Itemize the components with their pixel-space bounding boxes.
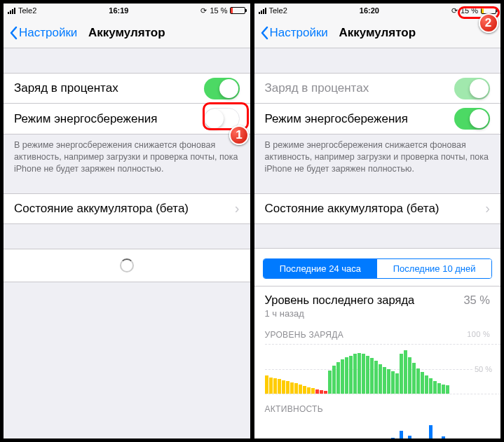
back-button[interactable]: Настройки: [9, 26, 77, 40]
phone-right: Tele2 16:20 ⟳ 15 % Настройки Аккумулятор…: [254, 3, 502, 439]
page-title: Аккумулятор: [88, 26, 165, 40]
row-battery-health[interactable]: Состояние аккумулятора (бета) ›: [4, 193, 250, 224]
row-battery-percentage: Заряд в процентах: [4, 73, 250, 104]
row-label: Состояние аккумулятора (бета): [14, 202, 189, 216]
row-label: Режим энергосбережения: [14, 112, 158, 126]
nav-bar: Настройки Аккумулятор: [254, 18, 501, 48]
page-title: Аккумулятор: [339, 26, 416, 40]
carrier-label: Tele2: [18, 6, 36, 15]
annotation-badge: 1: [229, 125, 249, 145]
loading-row: [4, 249, 250, 282]
last-charge-block: Уровень последнего заряда 35 % 1 ч назад: [254, 286, 501, 323]
signal-icon: [8, 8, 15, 14]
spinner-icon: [120, 258, 134, 272]
clock: 16:19: [109, 6, 128, 15]
toggle-battery-percentage[interactable]: [204, 78, 240, 99]
last-charge-percent: 35 %: [463, 293, 490, 307]
back-button[interactable]: Настройки: [260, 26, 328, 40]
battery-percent: 15 %: [461, 6, 478, 15]
last-charge-title: Уровень последнего заряда: [265, 293, 415, 307]
annotation-badge: 2: [479, 13, 498, 33]
toggle-low-power-mode[interactable]: [454, 108, 490, 130]
status-bar: Tele2 16:20 ⟳ 15 %: [254, 4, 501, 18]
battery-percent: 15 %: [210, 6, 227, 15]
segment-10d[interactable]: Последние 10 дней: [377, 259, 491, 278]
footer-text: В режиме энергосбережения снижается фоно…: [4, 134, 250, 181]
carrier-label: Tele2: [269, 6, 287, 15]
segment-24h[interactable]: Последние 24 часа: [264, 259, 378, 278]
row-battery-health[interactable]: Состояние аккумулятора (бета) ›: [254, 193, 501, 224]
chevron-left-icon: [260, 26, 268, 40]
orientation-lock-icon: ⟳: [200, 6, 207, 15]
row-label: Заряд в процентах: [14, 81, 118, 95]
row-low-power-mode: Режим энергосбережения: [4, 104, 250, 134]
activity-chart: АКТИВНОСТЬ: [254, 394, 501, 438]
row-low-power-mode: Режим энергосбережения: [254, 104, 501, 134]
row-battery-percentage: Заряд в процентах: [254, 73, 501, 104]
chevron-right-icon: ›: [235, 200, 240, 216]
battery-icon: [230, 7, 245, 14]
chevron-left-icon: [9, 26, 18, 40]
clock: 16:20: [360, 6, 379, 15]
orientation-lock-icon: ⟳: [451, 6, 458, 15]
charge-level-chart: УРОВЕНЬ ЗАРЯДА 100 % 50 %: [254, 323, 501, 394]
status-bar: Tele2 16:19 ⟳ 15 %: [4, 4, 250, 18]
segmented-control: Последние 24 часа Последние 10 дней: [263, 258, 493, 279]
chart-mid: 50 %: [475, 365, 492, 373]
row-label: Заряд в процентах: [265, 81, 369, 95]
signal-icon: [259, 8, 266, 14]
back-label: Настройки: [270, 26, 328, 40]
phone-left: Tele2 16:19 ⟳ 15 % Настройки Аккумулятор…: [3, 3, 251, 439]
toggle-battery-percentage[interactable]: [454, 78, 490, 99]
row-label: Состояние аккумулятора (бета): [265, 202, 440, 216]
last-charge-time: 1 ч назад: [265, 308, 491, 319]
chart-max: 100 %: [467, 330, 490, 340]
footer-text: В режиме энергосбережения снижается фоно…: [254, 134, 501, 181]
nav-bar: Настройки Аккумулятор: [4, 18, 250, 48]
chart-title: АКТИВНОСТЬ: [265, 404, 323, 414]
back-label: Настройки: [19, 26, 77, 40]
chevron-right-icon: ›: [485, 200, 490, 216]
chart-title: УРОВЕНЬ ЗАРЯДА: [265, 330, 344, 340]
row-label: Режим энергосбережения: [265, 112, 409, 126]
